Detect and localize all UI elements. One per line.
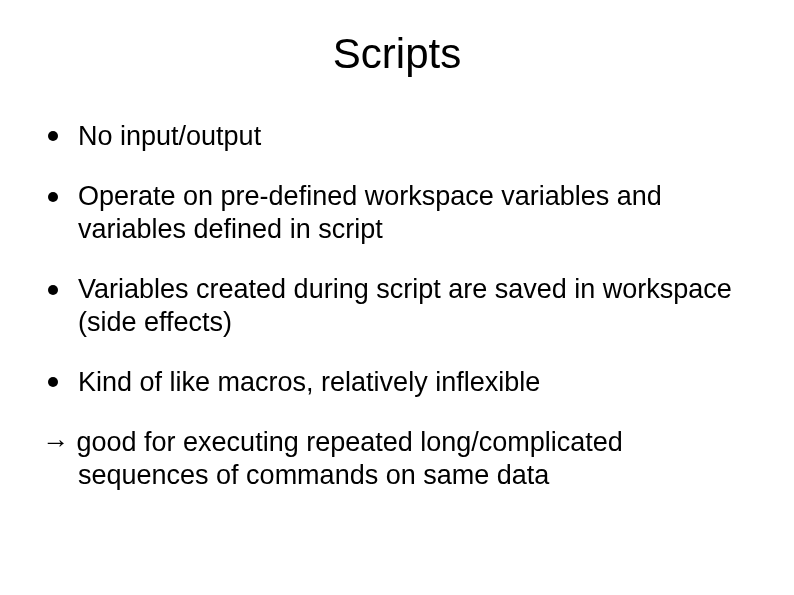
slide-title: Scripts bbox=[42, 30, 752, 78]
conclusion-line: → good for executing repeated long/compl… bbox=[42, 426, 752, 491]
bullet-item: Variables created during script are save… bbox=[42, 273, 752, 338]
slide-body: No input/output Operate on pre-defined w… bbox=[42, 120, 752, 491]
bullet-item: Operate on pre-defined workspace variabl… bbox=[42, 180, 752, 245]
bullet-item: No input/output bbox=[42, 120, 752, 152]
bullet-item: Kind of like macros, relatively inflexib… bbox=[42, 366, 752, 398]
slide: Scripts No input/output Operate on pre-d… bbox=[0, 0, 794, 595]
bullet-list: No input/output Operate on pre-defined w… bbox=[42, 120, 752, 398]
conclusion-text: → good for executing repeated long/compl… bbox=[42, 426, 752, 491]
